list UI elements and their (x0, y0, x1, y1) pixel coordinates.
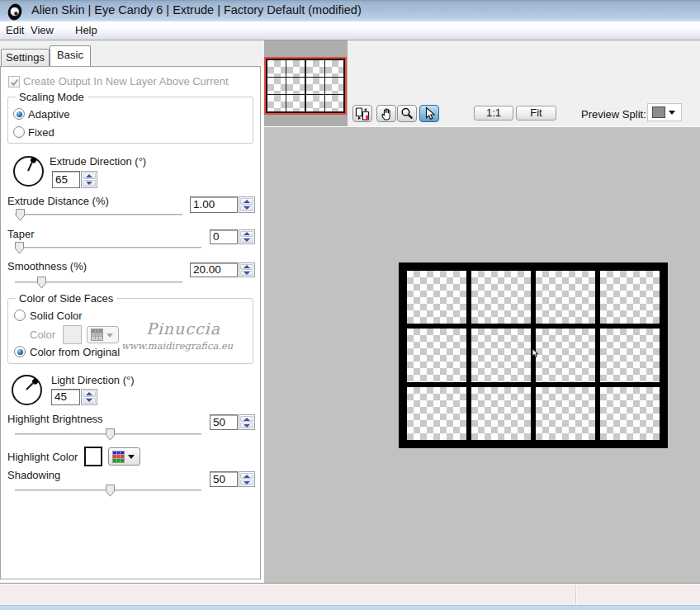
fixed-label: Fixed (28, 127, 54, 139)
spin-down-button[interactable] (83, 398, 96, 404)
highlight-brightness-spin (239, 414, 255, 430)
shadowing-slider (15, 485, 201, 496)
color-grid-icon (112, 451, 125, 463)
spin-down-button[interactable] (240, 238, 253, 244)
taper-input[interactable] (213, 231, 234, 242)
taper-slider-thumb[interactable] (15, 242, 24, 254)
spin-down-button[interactable] (240, 206, 253, 212)
spin-up-button[interactable] (240, 231, 253, 237)
mouse-cursor-icon (532, 348, 539, 359)
transparent-cell (325, 60, 343, 77)
create-output-checkbox[interactable] (8, 76, 20, 87)
spin-up-button[interactable] (240, 198, 253, 205)
highlight-brightness-label: Highlight Brightness (7, 414, 103, 425)
extrude-distance-input[interactable] (193, 198, 234, 210)
slider-track (15, 214, 182, 215)
create-output-label: Create Output In New Layer Above Current (23, 76, 229, 87)
down-arrow-icon (86, 399, 92, 402)
dropdown-caret-icon (669, 111, 675, 115)
hand-icon (380, 106, 394, 121)
pan-tool-button[interactable] (376, 105, 396, 122)
extrude-direction-input[interactable] (55, 173, 77, 186)
spin-down-button[interactable] (240, 423, 253, 428)
solid-color-picker-button[interactable] (87, 326, 119, 343)
solid-color-radio[interactable] (14, 310, 26, 321)
shadowing-input[interactable] (213, 473, 234, 485)
up-arrow-icon (244, 475, 250, 478)
status-bar-divider (575, 585, 576, 604)
compare-preview-button[interactable] (352, 105, 372, 122)
compare-pages-icon (354, 106, 371, 121)
preview-split-swatch (652, 106, 665, 118)
highlight-brightness-slider-thumb[interactable] (106, 428, 115, 441)
light-direction-dial[interactable] (12, 375, 42, 405)
spin-up-button[interactable] (83, 390, 96, 397)
preview-thumbnail[interactable] (264, 57, 347, 115)
up-arrow-icon (244, 232, 250, 235)
down-arrow-icon (244, 481, 250, 485)
dropdown-caret-icon (128, 455, 135, 459)
settings-panel: Create Output In New Layer Above Current… (0, 66, 261, 579)
highlight-brightness-input[interactable] (213, 416, 234, 428)
spin-up-button[interactable] (240, 416, 253, 422)
transparent-cell (267, 95, 286, 111)
transparent-cell (471, 329, 531, 381)
smoothness-label: Smoothness (%) (7, 261, 87, 272)
menu-bar: Edit View Help (0, 21, 700, 40)
light-direction-spin (81, 389, 97, 405)
extrude-direction-dial[interactable] (13, 156, 44, 187)
light-direction-spinbox (51, 389, 80, 405)
menu-view[interactable]: View (25, 21, 59, 40)
check-icon (9, 77, 21, 88)
watermark-url: www.maidiregrafica.eu (121, 340, 233, 352)
shadowing-slider-thumb[interactable] (106, 485, 115, 497)
window-content: Settings Basic Create Output In New Laye… (0, 40, 700, 583)
fit-button[interactable]: Fit (516, 106, 556, 121)
dial-needle-icon (26, 383, 33, 390)
transparent-cell (286, 60, 305, 77)
transparent-cell (267, 78, 286, 94)
thumbnail-image (266, 59, 345, 113)
transparent-cell (286, 95, 305, 111)
spin-down-button[interactable] (240, 271, 253, 277)
smoothness-input[interactable] (193, 264, 234, 275)
solid-color-swatch[interactable] (63, 325, 82, 344)
light-direction-input[interactable] (54, 390, 77, 403)
spin-up-button[interactable] (83, 173, 96, 179)
tab-settings[interactable]: Settings (1, 49, 50, 66)
spin-down-button[interactable] (83, 180, 96, 187)
color-of-side-faces-title: Color of Side Faces (16, 292, 116, 305)
up-arrow-icon (244, 200, 250, 203)
extrude-distance-slider-thumb[interactable] (16, 209, 25, 221)
down-arrow-icon (244, 206, 250, 210)
title-bar[interactable]: Alien Skin | Eye Candy 6 | Extrude | Fac… (0, 0, 700, 21)
down-arrow-icon (86, 182, 92, 185)
preview-area[interactable] (264, 126, 700, 583)
zoom-tool-button[interactable] (397, 105, 417, 122)
window-title: Alien Skin | Eye Candy 6 | Extrude | Fac… (31, 3, 362, 17)
extrude-direction-spin (81, 171, 97, 188)
transparent-cell (600, 387, 660, 440)
watermark-name: Pinuccia (146, 319, 220, 338)
select-tool-button[interactable] (419, 105, 439, 122)
highlight-color-label: Highlight Color (7, 452, 78, 463)
highlight-color-swatch[interactable] (84, 447, 102, 466)
smoothness-slider-thumb[interactable] (37, 277, 46, 289)
menu-help[interactable]: Help (69, 21, 103, 40)
up-arrow-icon (244, 418, 250, 421)
tab-basic[interactable]: Basic (50, 45, 91, 66)
radio-dot-icon (17, 349, 23, 355)
spin-down-button[interactable] (240, 480, 253, 485)
spin-up-button[interactable] (240, 473, 253, 479)
shadowing-spinbox (210, 471, 238, 487)
highlight-color-picker-button[interactable] (108, 447, 140, 466)
radio-dot-icon (17, 111, 22, 117)
fixed-radio[interactable] (13, 126, 25, 138)
shadowing-spin (239, 471, 255, 487)
spin-up-button[interactable] (240, 264, 253, 270)
tab-strip: Settings Basic (0, 40, 264, 66)
one-to-one-button[interactable]: 1:1 (474, 106, 513, 121)
adaptive-radio[interactable] (13, 108, 25, 120)
preview-split-dropdown[interactable] (647, 103, 682, 121)
color-from-original-radio[interactable] (14, 346, 26, 357)
